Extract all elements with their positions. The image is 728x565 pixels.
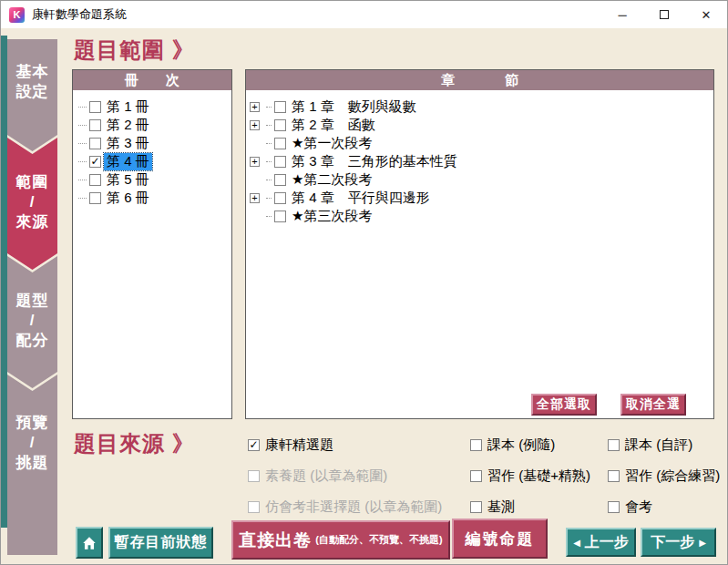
sidebar-tab-basic-settings[interactable]: 基本 設定 — [7, 39, 57, 151]
source-label: 康軒精選題 — [265, 437, 333, 454]
source-checkbox[interactable]: ✓ — [470, 470, 482, 482]
expand-icon[interactable]: + — [250, 157, 260, 167]
chapter-label[interactable]: ★第一次段考 — [289, 135, 374, 152]
source-option-textbook-selfeval: ✓ 課本 (自評) — [605, 437, 692, 453]
expand-icon[interactable]: + — [250, 102, 260, 112]
source-checkbox[interactable]: ✓ — [248, 470, 260, 482]
chapter-row: + ✓ 第 4 章 平行與四邊形 — [246, 189, 713, 207]
source-option-mock-exam: ✓ 仿會考非選擇題 (以章為範圍) — [245, 498, 442, 515]
volume-label[interactable]: 第 6 冊 — [104, 190, 152, 207]
sidebar-tab-preview-pick[interactable]: 預覽 / 挑題 — [7, 375, 57, 555]
chapter-checkbox[interactable]: ✓ — [274, 211, 286, 222]
save-state-button[interactable]: 暫存目前狀態 — [108, 527, 213, 559]
home-button[interactable] — [76, 527, 103, 559]
volume-row: ✓ 第 1 冊 — [73, 98, 231, 116]
volume-row: ✓ 第 6 冊 — [73, 189, 231, 207]
source-option-textbook-example: ✓ 課本 (例隨) — [467, 437, 555, 453]
volume-list: ✓ 第 1 冊 ✓ 第 2 冊 ✓ 第 3 冊 ✓ 第 4 冊 — [73, 90, 231, 207]
deselect-all-button[interactable]: 取消全選 — [620, 394, 686, 416]
tab-label: 設定 — [7, 82, 57, 102]
volume-checkbox[interactable]: ✓ — [89, 192, 101, 204]
question-source-title: 題目來源 》 — [74, 429, 195, 458]
right-arrow-icon: ▶ — [699, 538, 706, 548]
window-controls: ─ ✕ — [601, 1, 727, 28]
chapter-checkbox[interactable]: ✓ — [274, 119, 286, 131]
chapter-checkbox[interactable]: ✓ — [274, 174, 286, 186]
direct-export-label: 直接出卷 — [239, 529, 312, 552]
source-checkbox[interactable]: ✓ — [470, 439, 482, 451]
volume-checkbox[interactable]: ✓ — [89, 119, 101, 131]
source-checkbox[interactable]: ✓ — [470, 501, 482, 513]
previous-step-button[interactable]: ◀ 上一步 — [566, 528, 636, 557]
source-checkbox[interactable]: ✓ — [248, 439, 260, 451]
next-step-label: 下一步 — [651, 533, 694, 552]
check-icon: ✓ — [249, 439, 258, 450]
source-label: 素養題 (以章為範圍) — [265, 467, 387, 485]
source-option-basic-test: ✓ 基測 — [467, 498, 515, 515]
chapter-label[interactable]: 第 4 章 平行與四邊形 — [289, 190, 433, 207]
source-label: 習作 (基礎+精熟) — [487, 467, 590, 485]
chapter-header-right: 節 — [505, 72, 518, 89]
chapter-row: + ✓ 第 1 章 數列與級數 — [246, 98, 713, 116]
next-step-button[interactable]: 下一步 ▶ — [641, 528, 716, 557]
volume-checkbox[interactable]: ✓ — [89, 174, 101, 186]
volume-row: ✓ 第 4 冊 — [73, 152, 231, 170]
chapter-panel: 章 節 + ✓ 第 1 章 數列與級數 + ✓ 第 2 章 函數 — [245, 69, 714, 419]
chapter-checkbox[interactable]: ✓ — [274, 156, 286, 168]
tab-label: 範圍 — [7, 172, 57, 192]
chapter-label[interactable]: 第 1 章 數列與級數 — [289, 98, 419, 116]
source-checkbox[interactable]: ✓ — [608, 439, 620, 451]
maximize-icon — [660, 10, 669, 19]
volume-checkbox[interactable]: ✓ — [89, 156, 101, 168]
close-icon: ✕ — [702, 8, 712, 22]
chapter-checkbox[interactable]: ✓ — [274, 101, 286, 113]
tab-label: 基本 — [7, 62, 57, 82]
source-checkbox[interactable]: ✓ — [608, 470, 620, 482]
volume-label[interactable]: 第 3 冊 — [104, 135, 152, 152]
title-bar: K 康軒數學命題系統 ─ ✕ — [1, 1, 727, 28]
source-label: 課本 (自評) — [625, 437, 692, 454]
previous-step-label: 上一步 — [585, 533, 629, 552]
chapter-label[interactable]: 第 2 章 函數 — [289, 117, 378, 134]
chapter-checkbox[interactable]: ✓ — [274, 192, 286, 204]
source-checkbox[interactable]: ✓ — [608, 501, 620, 513]
source-option-comprehensive-exam: ✓ 會考 — [605, 498, 652, 515]
chapter-header-left: 章 — [441, 72, 455, 89]
chapter-label[interactable]: 第 3 章 三角形的基本性質 — [289, 153, 460, 170]
minimize-icon: ─ — [618, 8, 626, 22]
expand-icon[interactable]: + — [250, 193, 260, 203]
volume-label[interactable]: 第 5 冊 — [104, 171, 152, 189]
volume-label[interactable]: 第 1 冊 — [104, 98, 152, 116]
close-button[interactable]: ✕ — [685, 1, 727, 28]
volume-checkbox[interactable]: ✓ — [89, 101, 101, 113]
chapter-row: + ✓ 第 3 章 三角形的基本性質 — [246, 152, 713, 170]
select-all-button[interactable]: 全部選取 — [531, 394, 597, 416]
sidebar-tab-range-source[interactable]: 範圍 / 來源 — [7, 138, 57, 270]
source-label: 課本 (例隨) — [487, 437, 555, 454]
app-window: K 康軒數學命題系統 ─ ✕ 基本 設定 範圍 / 來源 題型 / 配分 預覽 … — [0, 0, 728, 565]
direct-export-button[interactable]: 直接出卷 (自動配分、不預覽、不挑題) — [231, 520, 450, 560]
maximize-button[interactable] — [643, 1, 685, 28]
tab-label: 挑題 — [7, 453, 57, 473]
numbering-button[interactable]: 編號命題 — [452, 519, 548, 559]
source-option-workbook-basic: ✓ 習作 (基礎+精熟) — [467, 467, 590, 484]
volume-label[interactable]: 第 4 冊 — [104, 153, 152, 170]
chapter-label[interactable]: ★第三次段考 — [289, 208, 374, 225]
source-checkbox[interactable]: ✓ — [248, 501, 260, 513]
minimize-button[interactable]: ─ — [601, 1, 643, 28]
source-option-workbook-comprehensive: ✓ 習作 (綜合練習) — [605, 467, 720, 484]
tab-label: 來源 — [7, 212, 57, 232]
chapter-label[interactable]: ★第二次段考 — [289, 171, 374, 189]
chapter-checkbox[interactable]: ✓ — [274, 138, 286, 149]
source-label: 會考 — [625, 498, 652, 516]
expand-icon[interactable]: + — [250, 120, 260, 130]
chapter-row: + ✓ ★第二次段考 — [246, 170, 713, 189]
volume-row: ✓ 第 5 冊 — [73, 170, 231, 189]
source-option-kanghsuan: ✓ 康軒精選題 — [245, 437, 333, 453]
volume-label[interactable]: 第 2 冊 — [104, 117, 152, 134]
sidebar-tab-question-types[interactable]: 題型 / 配分 — [7, 256, 57, 388]
source-label: 基測 — [487, 498, 515, 516]
volume-checkbox[interactable]: ✓ — [89, 138, 101, 149]
tab-label: 題型 — [7, 291, 57, 311]
app-icon: K — [9, 7, 25, 23]
